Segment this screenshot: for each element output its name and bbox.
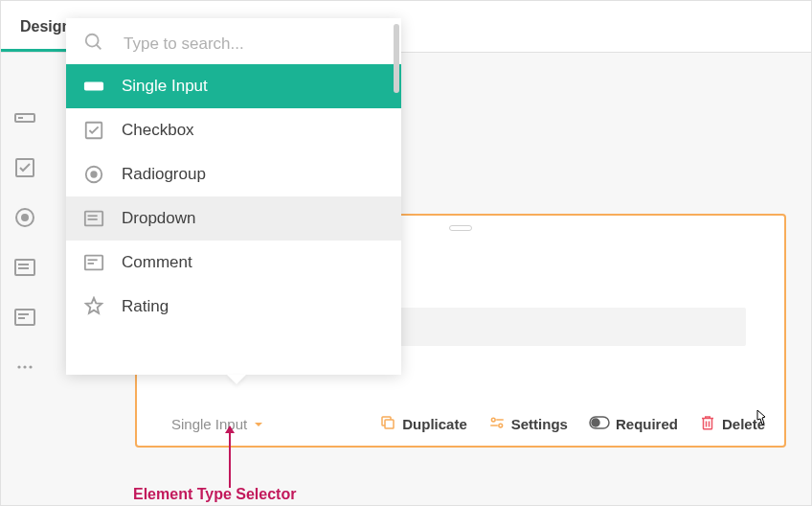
svg-point-21 [592, 419, 599, 426]
dropdown-icon [13, 256, 36, 279]
svg-point-30 [91, 172, 97, 177]
chevron-down-icon [255, 423, 262, 426]
dropdown-icon [83, 208, 104, 229]
annotation-arrow [229, 426, 231, 488]
toolbox-checkbox[interactable] [13, 156, 36, 179]
svg-rect-15 [385, 420, 394, 428]
option-label: Comment [122, 253, 192, 272]
option-single-input[interactable]: Single Input [66, 64, 401, 108]
settings-button[interactable]: Settings [488, 414, 568, 434]
duplicate-button[interactable]: Duplicate [379, 414, 467, 434]
drag-handle[interactable] [449, 225, 472, 231]
option-label: Radiogroup [122, 165, 206, 184]
option-label: Single Input [122, 77, 208, 96]
option-radiogroup[interactable]: Radiogroup [66, 152, 401, 196]
radio-icon [13, 206, 36, 229]
svg-line-25 [97, 45, 102, 50]
toggle-icon [589, 416, 610, 432]
duplicate-label: Duplicate [402, 416, 467, 432]
option-label: Checkbox [122, 121, 194, 140]
comment-icon [83, 252, 104, 273]
checkbox-icon [83, 120, 104, 141]
toolbox [13, 106, 54, 379]
option-comment[interactable]: Comment [66, 241, 401, 285]
option-dropdown[interactable]: Dropdown [66, 196, 401, 241]
search-input[interactable] [122, 34, 384, 55]
checkbox-icon [13, 156, 36, 179]
delete-button[interactable]: Delete [699, 414, 765, 434]
type-selector-dropdown: Single Input Checkbox Radiogroup Dropdow… [66, 18, 401, 375]
toolbox-more[interactable] [13, 356, 36, 379]
single-input-icon [13, 106, 36, 129]
svg-point-24 [86, 34, 99, 47]
option-rating[interactable]: Rating [66, 285, 401, 329]
svg-point-4 [22, 215, 28, 220]
element-type-selector[interactable]: Single Input [168, 410, 266, 438]
dots-icon [13, 356, 36, 379]
annotation-label: Element Type Selector [133, 486, 296, 503]
rating-icon [83, 296, 104, 317]
comment-icon [13, 306, 36, 329]
required-button[interactable]: Required [589, 416, 678, 432]
search-icon [83, 32, 104, 57]
toolbox-comment[interactable] [13, 306, 36, 329]
option-label: Rating [122, 297, 169, 316]
settings-icon [488, 414, 506, 434]
search-row [66, 18, 401, 64]
delete-label: Delete [722, 416, 765, 432]
option-label: Dropdown [122, 209, 196, 228]
svg-point-16 [491, 418, 495, 422]
app-container: Designer Single Input [0, 0, 812, 506]
settings-label: Settings [511, 416, 568, 432]
element-actions: Single Input Duplicate Settings [168, 410, 765, 438]
toolbox-radio[interactable] [13, 206, 36, 229]
type-selector-label: Single Input [171, 416, 247, 432]
option-checkbox[interactable]: Checkbox [66, 108, 401, 152]
toolbox-single-input[interactable] [13, 106, 36, 129]
trash-icon [699, 414, 716, 434]
duplicate-icon [379, 414, 396, 434]
radio-icon [83, 164, 104, 185]
options-list: Single Input Checkbox Radiogroup Dropdow… [66, 64, 401, 375]
single-input-icon [83, 76, 104, 97]
required-label: Required [616, 416, 678, 432]
svg-point-12 [23, 365, 26, 368]
scrollbar[interactable] [394, 24, 399, 93]
toolbox-dropdown[interactable] [13, 256, 36, 279]
svg-point-11 [17, 365, 20, 368]
svg-point-18 [499, 424, 503, 427]
svg-point-13 [29, 365, 32, 368]
